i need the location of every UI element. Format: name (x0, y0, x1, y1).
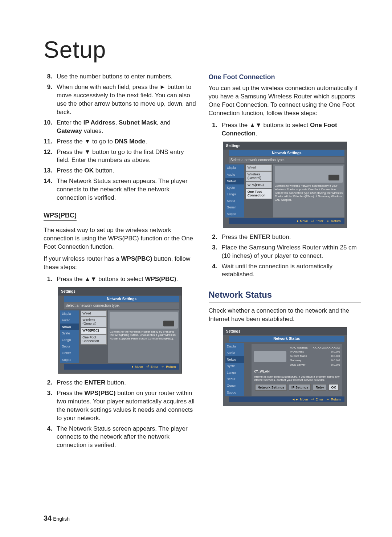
screenshot-footer: ♦Move ⏎Enter ↩Return (64, 364, 179, 370)
option-item: Wired (81, 310, 107, 317)
screenshot3-sidebar: DisplaAudioNetwoSysteLanguSecurGenerSupp… (225, 343, 244, 396)
screenshot2-options: WiredWireless (General)WPS(PBC)One Foot … (246, 164, 272, 217)
wps-steps-2-4: 2.Press the ENTER button.3.Press the WPS… (44, 379, 196, 450)
option-item: Wireless (General) (246, 171, 272, 182)
sidebar-item: Gener (60, 350, 79, 356)
screenshot2-helptext: Connect to wireless network automaticall… (275, 184, 343, 202)
sidebar-item: Syste (225, 184, 244, 191)
network-ssid: KT_WLAN (254, 369, 340, 374)
sidebar-item: Langu (60, 337, 79, 343)
option-item: WPS(PBC) (246, 182, 272, 188)
option-item: One Foot Connection (246, 189, 272, 199)
dialog-button: Network Settings (255, 384, 287, 391)
router-icon (110, 312, 178, 329)
sidebar-item: Netwo (225, 178, 244, 184)
screenshot-wps: Settings Network Settings Select a netwo… (58, 287, 182, 374)
screenshot-helptext: Connect to the Wireless Router easily by… (110, 330, 178, 341)
sidebar-item: Audio (225, 350, 244, 356)
dialog-button: OK (328, 384, 339, 391)
ofc-step-1: 1.Press the ▲▼ buttons to select One Foo… (209, 121, 362, 138)
sidebar-item: Gener (225, 382, 244, 389)
sidebar-item: Secur (60, 343, 79, 350)
ofc-steps-2-4: 2.Press the ENTER button.3.Place the Sam… (209, 233, 362, 279)
screenshot-rightpane: Connect to the Wireless Router easily by… (108, 310, 179, 363)
option-item: WPS(PBC) (81, 328, 107, 334)
sidebar-item: Displa (225, 343, 244, 350)
wps-intro-para1: The easiest way to set up the wireless n… (44, 226, 196, 251)
sidebar-item: Langu (225, 191, 244, 198)
sidebar-item: Displa (60, 310, 79, 317)
sidebar-item: Gener (225, 204, 244, 211)
list-item: 10.Enter the IP Address, Subnet Mask, an… (44, 119, 196, 135)
wps-intro-para2: If your wireless router has a WPS(PBC) b… (44, 255, 196, 272)
sidebar-item: Syste (60, 330, 79, 337)
sidebar-item: Netwo (225, 356, 244, 363)
network-status-heading: Network Status (209, 289, 362, 303)
list-item: 3.Place the Samsung Wireless Router with… (209, 244, 362, 260)
right-column: One Foot Connection You can set up the w… (209, 73, 362, 452)
page-number: 34 (44, 514, 52, 522)
screenshot-settings-label: Settings (58, 288, 181, 296)
dialog-button: Retry (313, 384, 326, 391)
wps-heading: WPS(PBC) (44, 211, 77, 221)
list-item: 2.Press the ENTER button. (44, 379, 196, 387)
router-icon (275, 166, 343, 183)
wps-step-1: 1.Press the ▲▼ buttons to select WPS(PBC… (44, 275, 196, 284)
sidebar-item: Displa (225, 164, 244, 171)
steps-8-14: 8.Use the number buttons to enter number… (44, 73, 196, 202)
list-item: 13.Press the OK button. (44, 167, 196, 175)
screenshot-onefoot: Settings Network Settings Select a netwo… (223, 142, 347, 228)
page-title: Setup (44, 36, 361, 63)
network-kv-list: MAC AddressXX:XX:XX:XX:XX:XXIP Address0.… (290, 346, 340, 367)
screenshot-network-status: Settings Network Status DisplaAudioNetwo… (223, 327, 347, 406)
screenshot-sidebar: DisplaAudioNetwoSysteLanguSecurGenerSupp… (60, 310, 79, 363)
network-diagram-icon (254, 351, 286, 362)
screenshot2-sidebar: DisplaAudioNetwoSysteLanguSecurGenerSupp… (225, 164, 244, 217)
sidebar-item: Suppo (225, 211, 244, 217)
sidebar-item: Secur (225, 198, 244, 204)
list-item: 11.Press the ▼ to go to DNS Mode. (44, 138, 196, 146)
sidebar-item: Suppo (225, 389, 244, 396)
screenshot-options: WiredWireless (General)WPS(PBC)One Foot … (81, 310, 107, 363)
screenshot-select-text: Select a network connection type. (64, 302, 179, 309)
page-footer: 34 English (44, 514, 70, 522)
screenshot-netset-label: Network Settings (64, 296, 179, 302)
network-buttons: Network SettingsIP SettingsRetryOK (254, 384, 340, 391)
list-item: 3.Press the WPS(PBC) button on your rout… (44, 389, 196, 423)
screenshot2-rightpane: Connect to wireless network automaticall… (273, 164, 344, 217)
screenshot3-settings-label: Settings (223, 328, 347, 335)
list-item: 2.Press the ENTER button. (209, 233, 362, 241)
list-item: 12.Press the ▼ button to go to the first… (44, 148, 196, 165)
sidebar-item: Secur (225, 376, 244, 382)
sidebar-item: Langu (225, 369, 244, 376)
screenshot2-netset-label: Network Settings (229, 150, 344, 156)
sidebar-item: Syste (225, 363, 244, 369)
list-item: 4.The Network Status screen appears. The… (44, 425, 196, 450)
ofc-intro: You can set up the wireless connection a… (209, 84, 362, 118)
sidebar-item: Audio (225, 171, 244, 178)
screenshot2-footer: ♦Move ⏎Enter ↩Return (229, 218, 344, 224)
list-item: 8.Use the number buttons to enter number… (44, 73, 196, 81)
network-note: Internet is connected successfully. If y… (254, 375, 340, 382)
dialog-button: IP Settings (289, 384, 311, 391)
network-status-para: Check whether a connection to the networ… (209, 307, 362, 324)
list-item: 9.When done with each field, press the ►… (44, 83, 196, 117)
ofc-heading: One Foot Connection (209, 73, 362, 81)
screenshot3-footer: ◄►Move ⏎Enter ↩Return (229, 396, 344, 402)
screenshot2-select-text: Select a network connection type. (229, 157, 344, 163)
sidebar-item: Suppo (60, 357, 79, 363)
left-column: 8.Use the number buttons to enter number… (44, 73, 196, 452)
sidebar-item: Audio (60, 317, 79, 324)
option-item: One Foot Connection (81, 334, 107, 345)
screenshot2-settings-label: Settings (223, 142, 347, 150)
list-item: 4.Wait until the connection is automatic… (209, 263, 362, 279)
option-item: Wired (246, 164, 272, 171)
list-item: 14.The Network Status screen appears. Th… (44, 177, 196, 202)
option-item: Wireless (General) (81, 317, 107, 327)
screenshot3-title: Network Status (229, 336, 344, 342)
page-lang: English (53, 516, 70, 522)
sidebar-item: Netwo (60, 324, 79, 330)
